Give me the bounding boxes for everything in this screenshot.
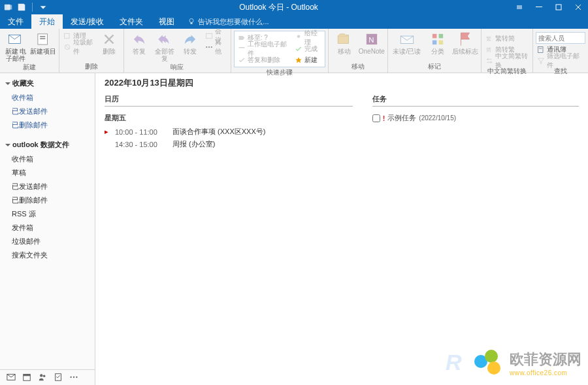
svg-rect-9 [40,38,45,39]
svg-rect-24 [438,41,443,45]
group-move-label: 移动 [331,61,385,73]
favorites-deleted[interactable]: 已删除邮件 [0,118,95,132]
group-delete-label: 删除 [62,61,121,73]
maximize-button[interactable] [549,0,568,14]
group-find: 通讯簿 筛选电子邮件 查找 [533,29,588,73]
tab-sendreceive[interactable]: 发送/接收 [63,14,112,29]
svg-point-33 [43,375,46,377]
group-move: 移动 NOneNote 移动 [329,29,388,73]
favorites-header[interactable]: 收藏夹 [0,76,95,91]
svg-rect-10 [65,33,70,39]
event-subject: 周报 (办公室) [172,139,215,149]
reply-button[interactable]: 答复 [127,31,151,62]
customize-qat-icon[interactable] [39,3,48,12]
folder-sent[interactable]: 已发送邮件 [0,180,95,193]
more-respond-button[interactable]: 其他 [204,42,228,52]
svg-rect-22 [438,34,443,39]
svg-text:繁: 繁 [486,36,491,42]
folder-rss[interactable]: RSS 源 [0,207,95,221]
tab-file[interactable]: 文件 [0,14,31,29]
svg-point-14 [208,46,210,48]
outlook-icon [4,3,13,12]
calendar-event[interactable]: ▸ 10:00 - 11:00 面谈合作事项 (XXX区XXX号) [105,126,353,138]
navigation-pane: 收藏夹 收件箱 已发送邮件 已删除邮件 outlook 数据文件 收件箱 草稿 … [0,73,95,385]
people-module-icon[interactable] [38,373,47,383]
move-button[interactable]: 移动 [331,31,357,55]
delete-button[interactable]: 删除 [97,31,120,55]
folder-drafts[interactable]: 草稿 [0,166,95,180]
priority-icon: ! [383,114,385,122]
favorites-inbox[interactable]: 收件箱 [0,91,95,105]
navigation-switcher [0,369,95,385]
calendar-section: 日历 星期五 ▸ 10:00 - 11:00 面谈合作事项 (XXX区XXX号)… [105,94,353,150]
tasks-section: 任务 ! 示例任务 (2022/10/15) [372,94,579,150]
ribbon: 新建 电子邮件 新建项目 新建 清理 垃圾邮件 删除 删除 答复 全部答复 转发… [0,29,588,73]
tasks-heading: 任务 [372,94,579,107]
junk-button[interactable]: 垃圾邮件 [62,42,96,52]
day-label: 星期五 [105,113,353,123]
event-time: 14:30 - 15:00 [115,141,166,148]
svg-rect-17 [338,36,348,43]
minimize-button[interactable] [529,0,549,14]
tab-folders[interactable]: 文件夹 [112,14,151,29]
bulb-icon [188,18,195,25]
folder-deleted[interactable]: 已删除邮件 [0,193,95,207]
svg-point-13 [206,46,207,48]
t2s-button[interactable]: 繁繁转简 [484,33,530,44]
calendar-event[interactable]: 14:30 - 15:00 周报 (办公室) [105,138,353,150]
new-items-button[interactable]: 新建项目 [30,31,56,62]
svg-rect-3 [556,5,561,10]
task-item[interactable]: ! 示例任务 (2022/10/15) [372,112,579,124]
ribbon-options-icon[interactable] [510,0,529,14]
calendar-heading: 日历 [105,94,353,107]
close-button[interactable] [568,0,588,14]
categorize-button[interactable]: 分类 [425,31,451,55]
svg-text:N: N [368,36,374,44]
today-date: 2022年10月13日星期四 [105,77,579,89]
tab-view[interactable]: 视图 [151,14,182,29]
chevron-down-icon [5,81,10,86]
tasks-module-icon[interactable] [54,373,63,383]
folder-outbox[interactable]: 发件箱 [0,221,95,235]
svg-rect-28 [539,48,542,49]
svg-point-16 [297,35,301,39]
onenote-button[interactable]: NOneNote [359,31,385,55]
svg-rect-12 [206,33,212,39]
forward-button[interactable]: 转发 [178,31,203,62]
cn-convert-button[interactable]: 中文简繁转换 [484,56,530,66]
tab-home[interactable]: 开始 [31,14,63,29]
svg-rect-27 [538,47,544,53]
ribbon-tabs: 文件 开始 发送/接收 文件夹 视图 告诉我您想要做什么... [0,14,588,29]
favorites-sent[interactable]: 已发送邮件 [0,105,95,118]
folder-inbox[interactable]: 收件箱 [0,152,95,166]
group-quicksteps: 移至: ? 工作组电子邮件 答复和删除 给经理 完成 新建 快速步骤 [231,29,329,73]
mail-module-icon[interactable] [7,373,16,383]
folder-search[interactable]: 搜索文件夹 [0,248,95,262]
filter-email-button[interactable]: 筛选电子邮件 [536,56,585,66]
unread-button[interactable]: 未读/已读 [391,31,423,55]
outlook-today-pane: 2022年10月13日星期四 日历 星期五 ▸ 10:00 - 11:00 面谈… [95,73,588,385]
svg-text:简: 简 [486,47,491,53]
task-due: (2022/10/15) [419,114,456,122]
save-icon[interactable] [17,3,26,12]
search-people-input[interactable] [538,35,583,42]
svg-rect-23 [433,41,437,45]
group-new-label: 新建 [3,62,56,73]
task-checkbox[interactable] [372,114,380,122]
folder-junk[interactable]: 垃圾邮件 [0,235,95,248]
svg-rect-8 [40,36,45,37]
reply-all-button[interactable]: 全部答复 [152,31,176,62]
svg-rect-5 [191,23,193,24]
task-subject: 示例任务 [387,113,416,123]
calendar-module-icon[interactable] [22,373,31,383]
search-people[interactable] [536,32,585,44]
group-tags-label: 标记 [391,61,478,73]
quick-steps-gallery[interactable]: 移至: ? 工作组电子邮件 答复和删除 给经理 完成 新建 [234,31,325,67]
more-modules-icon[interactable] [69,373,78,383]
new-email-button[interactable]: 新建 电子邮件 [3,31,29,62]
event-time: 10:00 - 11:00 [115,128,166,136]
flag-button[interactable]: 后续标志 [452,31,478,55]
chevron-down-icon [5,142,10,148]
svg-rect-31 [24,374,31,376]
datafile-header[interactable]: outlook 数据文件 [0,137,95,152]
